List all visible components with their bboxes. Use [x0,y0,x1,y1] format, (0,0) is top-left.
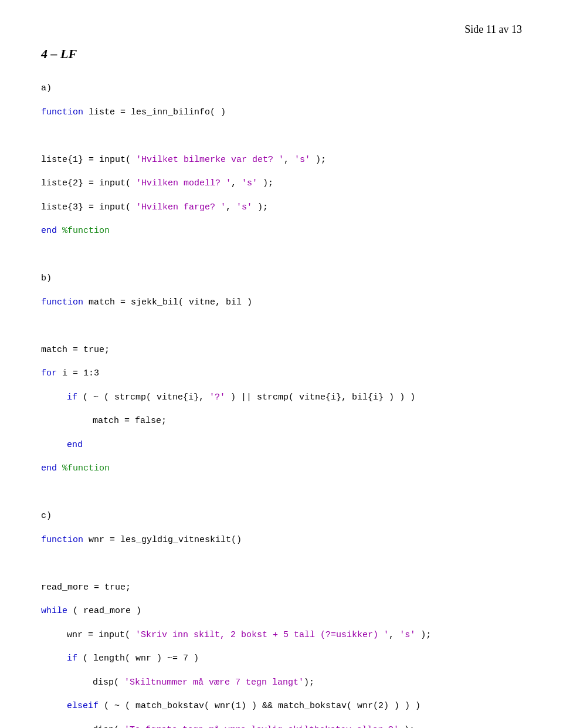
code-line: end %function [41,225,522,237]
label-a: a) [41,83,522,94]
code-line: function wnr = les_gyldig_vitneskilt() [41,534,522,546]
code-line: function liste = les_inn_bilinfo( ) [41,107,522,118]
code-line: liste{3} = input( 'Hvilken farge? ', 's'… [41,202,522,214]
page-number: Side 11 av 13 [41,23,522,36]
code-line: while ( read_more ) [41,605,522,617]
code-line: function match = sjekk_bil( vitne, bil ) [41,297,522,309]
code-line: elseif ( ~ ( match_bokstav( wnr(1) ) && … [41,700,522,712]
code-line: read_more = true; [41,582,522,594]
code-line: disp( 'Skiltnummer må være 7 tegn langt'… [41,677,522,689]
code-line: liste{1} = input( 'Hvilket bilmerke var … [41,154,522,166]
code-line: wnr = input( 'Skriv inn skilt, 2 bokst +… [41,629,522,641]
code-line: match = true; [41,344,522,356]
label-b: b) [41,273,522,285]
section-title: 4 – LF [41,46,522,62]
page: Side 11 av 13 4 – LF a) function liste =… [0,0,563,728]
code-line: match = false; [41,415,522,427]
code-line: disp( 'To første tegn må være lovlig ski… [41,724,522,728]
code-line: if ( length( wnr ) ~= 7 ) [41,653,522,665]
code-line: if ( ~ ( strcmp( vitne{i}, '?' ) || strc… [41,392,522,404]
code-line: liste{2} = input( 'Hvilken modell? ', 's… [41,178,522,189]
code-line: end [41,439,522,451]
code-line: end %function [41,463,522,475]
label-c: c) [41,510,522,522]
code-block: a) function liste = les_inn_bilinfo( ) l… [41,71,522,728]
code-line: for i = 1:3 [41,368,522,380]
